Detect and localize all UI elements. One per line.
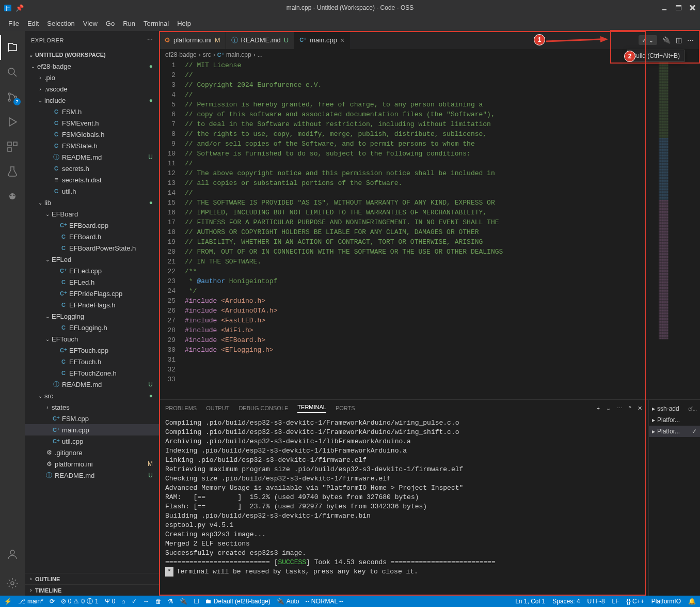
terminal-instance[interactable]: ▸ssh-addef...: [649, 403, 700, 414]
file-secrets.h[interactable]: Csecrets.h: [25, 163, 159, 174]
folder-states[interactable]: ›states: [25, 401, 159, 413]
file-platformio.ini[interactable]: ⚙platformio.iniM: [25, 458, 159, 470]
folder-include[interactable]: ⌄include●: [25, 95, 159, 106]
breadcrumb-item[interactable]: C⁺ main.cpp: [217, 51, 251, 58]
notifications-icon[interactable]: 🔔: [688, 598, 696, 605]
serial-monitor-icon[interactable]: 🔌: [662, 36, 671, 44]
new-terminal-icon[interactable]: +: [596, 405, 599, 412]
terminal-output[interactable]: Compiling .pio/build/esp32-s3-devkitc-1/…: [159, 416, 648, 596]
pio-home-icon[interactable]: ⌂: [121, 598, 125, 605]
explorer-icon[interactable]: [0, 35, 25, 60]
workspace-header[interactable]: ⌄ UNTITLED (WORKSPACE): [25, 49, 159, 60]
file-EFPrideFlags.cpp[interactable]: C⁺EFPrideFlags.cpp: [25, 288, 159, 299]
folder-EFLogging[interactable]: ⌄EFLogging: [25, 310, 159, 322]
pio-port[interactable]: 🔌 Auto: [277, 598, 299, 605]
ports-icon[interactable]: Ψ 0: [105, 598, 116, 605]
accounts-icon[interactable]: [0, 542, 25, 567]
file-FSMEvent.h[interactable]: CFSMEvent.h: [25, 117, 159, 129]
file-README.md[interactable]: ⓘREADME.mdU: [25, 151, 159, 163]
file-.gitignore[interactable]: ⚙.gitignore: [25, 447, 159, 458]
maximize-icon[interactable]: 🗖: [675, 4, 682, 12]
breadcrumbs[interactable]: ef28-badge›src›C⁺ main.cpp›...: [159, 49, 700, 60]
run-debug-icon[interactable]: [0, 110, 25, 134]
git-branch[interactable]: ⎇ main*: [18, 598, 43, 605]
pio-upload-icon[interactable]: →: [143, 598, 149, 605]
folder-lib[interactable]: ⌄lib●: [25, 197, 159, 208]
panel-more-icon[interactable]: ⋯: [617, 405, 623, 412]
folder-EFLed[interactable]: ⌄EFLed: [25, 254, 159, 265]
menu-terminal[interactable]: Terminal: [139, 18, 173, 29]
search-icon[interactable]: [0, 60, 25, 85]
file-EFTouchZone.h[interactable]: CEFTouchZone.h: [25, 367, 159, 379]
folder-EFTouch[interactable]: ⌄EFTouch: [25, 333, 159, 345]
panel-tab-ports[interactable]: PORTS: [336, 405, 355, 411]
platformio-status[interactable]: PlatformIO: [651, 598, 681, 605]
file-EFLed.h[interactable]: CEFLed.h: [25, 276, 159, 288]
file-EFLogging.h[interactable]: CEFLogging.h: [25, 322, 159, 333]
file-EFPrideFlags.h[interactable]: CEFPrideFlags.h: [25, 299, 159, 310]
panel-close-icon[interactable]: ✕: [638, 405, 642, 412]
breadcrumb-item[interactable]: ...: [258, 51, 263, 58]
panel-maximize-icon[interactable]: ^: [629, 405, 631, 412]
remote-icon[interactable]: ⚡: [4, 598, 12, 605]
menu-file[interactable]: File: [4, 18, 23, 29]
tab-README.md[interactable]: ⓘREADME.mdU: [226, 31, 295, 49]
tab-platformio.ini[interactable]: ⚙platformio.iniM: [159, 31, 226, 49]
file-secrets.h.dist[interactable]: ≡secrets.h.dist: [25, 174, 159, 185]
file-util.cpp[interactable]: C⁺util.cpp: [25, 435, 159, 447]
terminal-dropdown-icon[interactable]: ⌄: [606, 405, 611, 412]
folder-.vscode[interactable]: ›.vscode: [25, 83, 159, 95]
file-FSMGlobals.h[interactable]: CFSMGlobals.h: [25, 129, 159, 140]
pio-monitor-icon[interactable]: 🔌: [180, 598, 187, 605]
folder-ef28-badge[interactable]: ⌄ef28-badge●: [25, 60, 159, 72]
eol[interactable]: LF: [612, 598, 619, 605]
source-control-icon[interactable]: 7: [0, 85, 25, 110]
file-README.md[interactable]: ⓘREADME.mdU: [25, 379, 159, 390]
file-EFBoard.h[interactable]: CEFBoard.h: [25, 231, 159, 242]
menu-view[interactable]: View: [79, 18, 102, 29]
folder-.pio[interactable]: ›.pio: [25, 72, 159, 83]
errors-warnings[interactable]: ⊘ 0 ⚠ 0 ⓘ 1: [61, 597, 99, 606]
language-mode[interactable]: {} C++: [627, 598, 644, 605]
settings-icon[interactable]: [0, 571, 25, 596]
menu-go[interactable]: Go: [102, 18, 119, 29]
platformio-icon[interactable]: [0, 184, 25, 209]
pio-test-icon[interactable]: ⚗: [168, 598, 173, 605]
terminal-instance[interactable]: ▸Platfor...: [649, 414, 700, 426]
file-EFTouch.cpp[interactable]: C⁺EFTouch.cpp: [25, 345, 159, 356]
file-EFBoard.cpp[interactable]: C⁺EFBoard.cpp: [25, 220, 159, 231]
file-FSMState.h[interactable]: CFSMState.h: [25, 140, 159, 151]
panel-tab-problems[interactable]: PROBLEMS: [165, 405, 197, 411]
file-EFLed.cpp[interactable]: C⁺EFLed.cpp: [25, 265, 159, 276]
folder-src[interactable]: ⌄src●: [25, 390, 159, 401]
pio-build-icon[interactable]: ✓: [132, 598, 137, 605]
file-util.h[interactable]: Cutil.h: [25, 185, 159, 197]
file-EFTouch.h[interactable]: CEFTouch.h: [25, 356, 159, 367]
cursor-position[interactable]: Ln 1, Col 1: [515, 598, 545, 605]
encoding[interactable]: UTF-8: [587, 598, 605, 605]
more-icon[interactable]: ⋯: [147, 37, 153, 43]
menu-help[interactable]: Help: [173, 18, 195, 29]
menu-run[interactable]: Run: [119, 18, 139, 29]
file-FSM.cpp[interactable]: C⁺FSM.cpp: [25, 413, 159, 424]
minimap[interactable]: ████████████████████████████████████████…: [659, 60, 700, 399]
pio-clean-icon[interactable]: 🗑: [155, 598, 162, 605]
file-main.cpp[interactable]: C⁺main.cpp: [25, 424, 159, 435]
file-README.md[interactable]: ⓘREADME.mdU: [25, 470, 159, 481]
panel-tab-debug-console[interactable]: DEBUG CONSOLE: [238, 405, 288, 411]
outline-section[interactable]: › OUTLINE: [25, 573, 159, 584]
more-actions-icon[interactable]: ⋯: [687, 36, 694, 44]
extensions-icon[interactable]: [0, 134, 25, 159]
breadcrumb-item[interactable]: ef28-badge: [165, 51, 197, 58]
folder-EFBoard[interactable]: ⌄EFBoard: [25, 208, 159, 220]
terminal-instance[interactable]: ▸Platfor...✓: [649, 426, 700, 437]
split-editor-icon[interactable]: ◫: [676, 36, 682, 44]
timeline-section[interactable]: › TIMELINE: [25, 584, 159, 596]
code-content[interactable]: // MIT License//// Copyright 2024 Eurofu…: [185, 60, 659, 399]
pio-terminal-icon[interactable]: ☐: [194, 598, 199, 605]
tab-main.cpp[interactable]: C⁺main.cpp×: [294, 31, 350, 49]
minimize-icon[interactable]: 🗕: [661, 4, 668, 12]
code-editor[interactable]: 1234567891011121314151617181920212223242…: [159, 60, 659, 399]
panel-tab-terminal[interactable]: TERMINAL: [297, 404, 326, 413]
pin-icon[interactable]: 📌: [15, 4, 24, 12]
